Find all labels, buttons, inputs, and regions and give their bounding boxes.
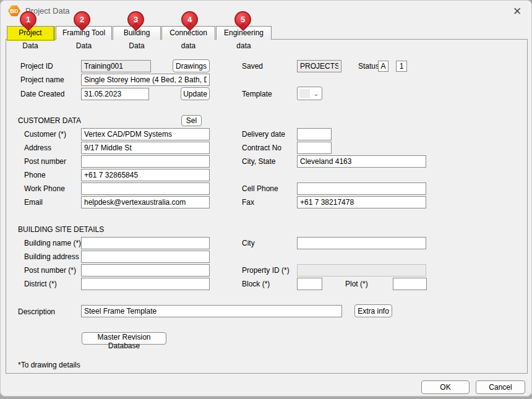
annotation-badge-2: 2 [74, 11, 90, 28]
work-phone-field[interactable] [81, 182, 210, 195]
city-state-field[interactable] [297, 155, 426, 168]
block-label: Block (*) [242, 280, 270, 288]
master-revision-database-button[interactable]: Master Revision Database [82, 332, 166, 345]
email-field[interactable] [81, 196, 210, 208]
city-state-label: City, State [242, 157, 275, 166]
phone-label: Phone [24, 171, 46, 179]
description-field[interactable] [81, 305, 342, 317]
date-created-field[interactable] [81, 88, 149, 100]
customer-field[interactable] [81, 128, 210, 140]
property-id-field [297, 264, 426, 277]
update-button[interactable]: Update [181, 87, 210, 100]
date-created-label: Date Created [20, 90, 64, 98]
address-field[interactable] [81, 142, 210, 154]
sel-button[interactable]: Sel [181, 115, 202, 126]
status-number-field[interactable] [396, 61, 407, 72]
building-address-label: Building address (*) [24, 252, 89, 261]
fax-field[interactable] [297, 196, 426, 208]
template-label: Template [242, 90, 272, 98]
extra-info-button[interactable]: Extra info [354, 304, 392, 317]
building-site-section-title: BUILDING SITE DETAILS [18, 225, 104, 234]
close-icon[interactable]: ✕ [509, 4, 525, 19]
cancel-button[interactable]: Cancel [476, 380, 525, 394]
site-city-field[interactable] [297, 237, 426, 249]
project-data-dialog: BD Project Data ✕ 1 2 3 4 5 Project Data… [0, 0, 532, 397]
fax-label: Fax [242, 198, 254, 207]
project-id-field[interactable] [81, 60, 151, 72]
contract-no-field[interactable] [297, 142, 332, 154]
saved-label: Saved [242, 62, 263, 71]
ok-button[interactable]: OK [421, 380, 470, 394]
building-address-field[interactable] [81, 251, 210, 263]
annotation-badge-4: 4 [181, 11, 198, 28]
project-id-label: Project ID [20, 62, 53, 71]
delivery-date-label: Delivery date [242, 130, 285, 139]
building-name-label: Building name (*) [24, 239, 81, 247]
block-field[interactable] [297, 278, 322, 290]
project-name-field[interactable] [81, 74, 210, 86]
district-field[interactable] [81, 278, 210, 290]
plot-label: Plot (*) [345, 280, 368, 288]
saved-field[interactable] [297, 60, 341, 72]
site-post-number-field[interactable] [81, 264, 210, 277]
building-name-field[interactable] [81, 237, 210, 249]
plot-field[interactable] [393, 278, 427, 290]
cell-phone-field[interactable] [297, 182, 426, 195]
customer-label: Customer (*) [24, 130, 66, 139]
phone-field[interactable] [81, 169, 210, 181]
property-id-label: Property ID (*) [242, 266, 290, 275]
cell-phone-label: Cell Phone [242, 184, 278, 193]
annotation-badge-1: 1 [20, 11, 36, 28]
delivery-date-field[interactable] [297, 128, 332, 140]
site-city-label: City [242, 239, 255, 247]
drawing-details-footnote: *To drawing details [18, 361, 80, 369]
email-label: Email [24, 198, 43, 207]
drawings-button[interactable]: Drawings [173, 59, 210, 72]
post-number-label: Post number [24, 157, 66, 166]
project-name-label: Project name [20, 75, 64, 84]
status-letter-field[interactable] [378, 61, 388, 72]
district-label: District (*) [24, 280, 57, 288]
annotation-badge-5: 5 [234, 11, 251, 28]
app-logo-icon: BD [8, 5, 20, 17]
address-label: Address [24, 144, 51, 152]
chevron-down-icon: ⌄ [312, 89, 320, 98]
template-dropdown[interactable]: ⌄ [297, 87, 322, 100]
contract-no-label: Contract No [242, 144, 281, 152]
annotation-badge-3: 3 [127, 11, 144, 28]
template-swatch [299, 89, 310, 98]
site-post-number-label: Post number (*) [24, 266, 76, 275]
customer-data-section-title: CUSTOMER DATA [18, 116, 81, 125]
work-phone-label: Work Phone [24, 184, 65, 193]
status-label: Status [358, 62, 379, 71]
description-label: Description [18, 307, 55, 316]
post-number-field[interactable] [81, 155, 210, 168]
